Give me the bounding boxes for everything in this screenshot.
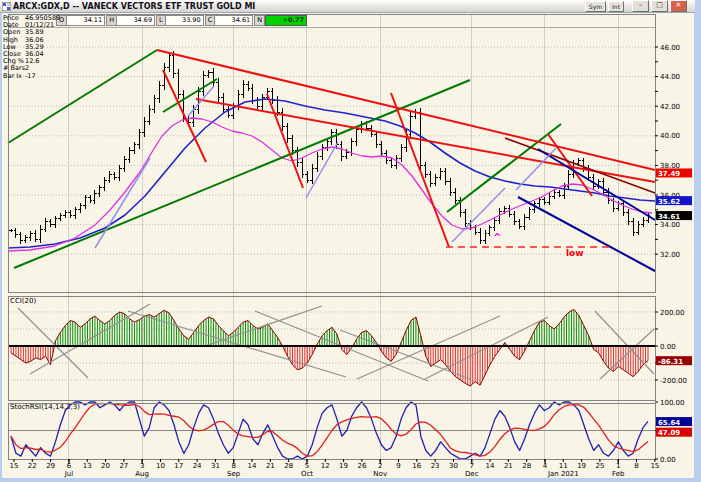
app-icon — [2, 2, 11, 11]
svg-text:22: 22 — [28, 462, 37, 470]
svg-text:21: 21 — [504, 462, 513, 470]
svg-text:47.09: 47.09 — [658, 429, 680, 437]
svg-text:12: 12 — [321, 462, 330, 470]
svg-text:200.00: 200.00 — [660, 309, 685, 317]
open-value: 34.11 — [67, 15, 105, 26]
svg-text:Feb: Feb — [612, 470, 625, 478]
net-change-value: +0.77 — [265, 15, 307, 26]
svg-text:100.00: 100.00 — [660, 399, 685, 407]
data-row: Bar Ix-17 — [3, 73, 60, 80]
window-title: ARCX:GDX,D -- VANECK VECTORS ETF TRUST G… — [13, 2, 583, 11]
svg-text:28: 28 — [284, 462, 293, 470]
svg-text:StochRSI(14,14,3,3): StochRSI(14,14,3,3) — [10, 403, 80, 411]
svg-text:27: 27 — [119, 462, 128, 470]
svg-text:Oct: Oct — [301, 470, 313, 478]
svg-text:Jan 2021: Jan 2021 — [547, 470, 579, 478]
low-label: L — [156, 15, 166, 26]
minimize-button[interactable]: – — [632, 0, 649, 12]
svg-text:Aug: Aug — [135, 470, 149, 478]
low-value: 33.90 — [166, 15, 204, 26]
svg-text:26: 26 — [357, 462, 366, 470]
svg-text:-200.00: -200.00 — [660, 377, 687, 385]
svg-text:8: 8 — [634, 462, 638, 470]
svg-text:17: 17 — [174, 462, 183, 470]
close-button[interactable]: ✕ — [670, 0, 687, 12]
svg-text:10: 10 — [156, 462, 165, 470]
svg-text:Sep: Sep — [227, 470, 241, 478]
close-label: C — [205, 15, 216, 26]
application-window: { "window": { "title": "ARCX:GDX,D -- VA… — [0, 0, 701, 482]
svg-text:CCI(20): CCI(20) — [10, 297, 36, 305]
svg-text:46.00: 46.00 — [660, 44, 680, 52]
svg-text:30: 30 — [449, 462, 458, 470]
svg-text:14: 14 — [486, 462, 495, 470]
sym-button[interactable]: Sym — [585, 1, 606, 12]
data-window: Price46.950589 Date01/12/21 Open35.89 Hi… — [3, 15, 60, 80]
chart-svg: low^CCI(20)StochRSI(14,14,3,3)46.0044.00… — [0, 0, 701, 482]
ohlc-readout: O 34.11 H 34.69 L 33.90 C 34.61 N +0.77 — [56, 15, 307, 26]
svg-text:20: 20 — [101, 462, 110, 470]
cci-label: CCI(20) — [10, 297, 36, 305]
svg-text:35.62: 35.62 — [658, 198, 680, 206]
cci-badges: -86.31 — [656, 356, 692, 366]
svg-text:21: 21 — [266, 462, 275, 470]
high-label: H — [106, 15, 117, 26]
close-value: 34.61 — [215, 15, 253, 26]
svg-text:Jul: Jul — [64, 470, 74, 478]
svg-text:31: 31 — [211, 462, 220, 470]
svg-text:0.00: 0.00 — [660, 456, 676, 464]
svg-text:23: 23 — [431, 462, 440, 470]
svg-text:Dec: Dec — [465, 470, 479, 478]
svg-text:14: 14 — [248, 462, 257, 470]
chart-area[interactable]: low^CCI(20)StochRSI(14,14,3,3)46.0044.00… — [0, 0, 701, 482]
svg-text:40.00: 40.00 — [660, 132, 680, 140]
svg-text:0.00: 0.00 — [660, 343, 676, 351]
stoch-label: StochRSI(14,14,3,3) — [10, 403, 80, 411]
svg-text:42.00: 42.00 — [660, 103, 680, 111]
svg-text:-86.31: -86.31 — [658, 358, 683, 366]
svg-text:29: 29 — [46, 462, 55, 470]
svg-text:65.64: 65.64 — [658, 419, 680, 427]
svg-text:34.00: 34.00 — [660, 221, 680, 229]
titlebar: ARCX:GDX,D -- VANECK VECTORS ETF TRUST G… — [0, 0, 695, 13]
svg-text:Nov: Nov — [373, 470, 387, 478]
svg-text:44.00: 44.00 — [660, 73, 680, 81]
svg-text:16: 16 — [412, 462, 421, 470]
svg-text:9: 9 — [396, 462, 400, 470]
svg-text:28: 28 — [522, 462, 531, 470]
svg-text:^: ^ — [493, 232, 501, 243]
svg-text:low: low — [566, 248, 584, 258]
svg-text:37.49: 37.49 — [658, 170, 680, 178]
svg-text:34.61: 34.61 — [658, 213, 680, 221]
svg-text:19: 19 — [339, 462, 348, 470]
svg-text:15: 15 — [10, 462, 19, 470]
net-label: N — [254, 15, 265, 26]
svg-text:25: 25 — [595, 462, 604, 470]
svg-text:15: 15 — [650, 462, 659, 470]
int-button[interactable]: Int — [608, 1, 624, 12]
svg-text:32.00: 32.00 — [660, 251, 680, 259]
high-value: 34.69 — [117, 15, 155, 26]
svg-text:24: 24 — [193, 462, 202, 470]
svg-text:13: 13 — [83, 462, 92, 470]
maximize-button[interactable]: □ — [651, 0, 668, 12]
